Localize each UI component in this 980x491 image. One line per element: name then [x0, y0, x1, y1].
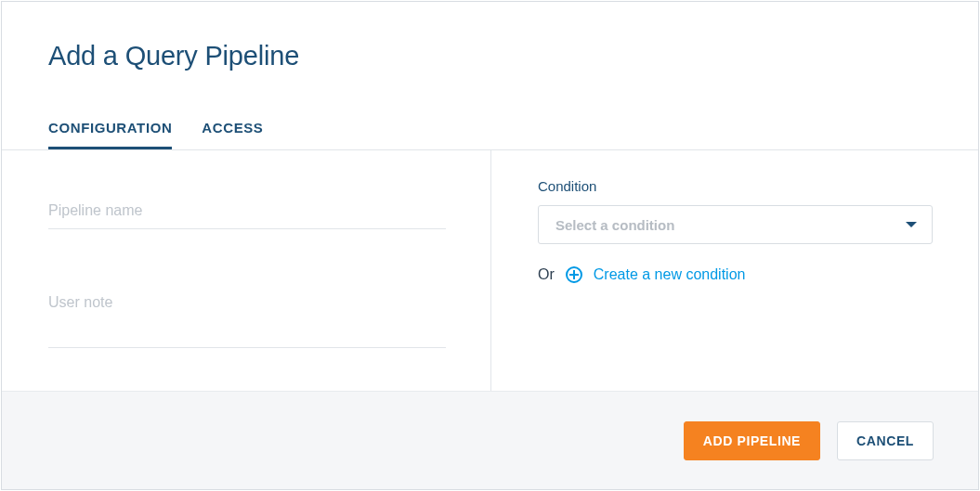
condition-label: Condition: [538, 178, 934, 194]
user-note-input[interactable]: [48, 289, 446, 348]
condition-select-placeholder: Select a condition: [555, 217, 674, 233]
pipeline-name-input[interactable]: [48, 197, 446, 229]
plus-circle-icon: [566, 266, 582, 283]
or-create-row: Or Create a new condition: [538, 266, 934, 283]
tab-access[interactable]: ACCESS: [202, 120, 263, 149]
chevron-down-icon: [906, 222, 917, 227]
add-query-pipeline-modal: Add a Query Pipeline CONFIGURATION ACCES…: [1, 1, 979, 490]
modal-footer: ADD PIPELINE CANCEL: [2, 391, 978, 489]
cancel-button[interactable]: CANCEL: [837, 421, 934, 460]
user-note-field-wrapper: [48, 289, 444, 352]
or-text: Or: [538, 266, 555, 283]
modal-title: Add a Query Pipeline: [48, 41, 932, 71]
add-pipeline-button[interactable]: ADD PIPELINE: [684, 421, 820, 460]
create-condition-link[interactable]: Create a new condition: [594, 266, 746, 283]
modal-header: Add a Query Pipeline: [2, 2, 978, 71]
tab-configuration[interactable]: CONFIGURATION: [48, 120, 172, 149]
pipeline-name-field-wrapper: [48, 197, 444, 229]
condition-select[interactable]: Select a condition: [538, 205, 933, 244]
panels-container: Condition Select a condition Or Create a…: [2, 149, 978, 391]
tab-bar: CONFIGURATION ACCESS: [2, 120, 978, 149]
configuration-panel-right: Condition Select a condition Or Create a…: [491, 150, 978, 391]
configuration-panel-left: [2, 150, 491, 391]
